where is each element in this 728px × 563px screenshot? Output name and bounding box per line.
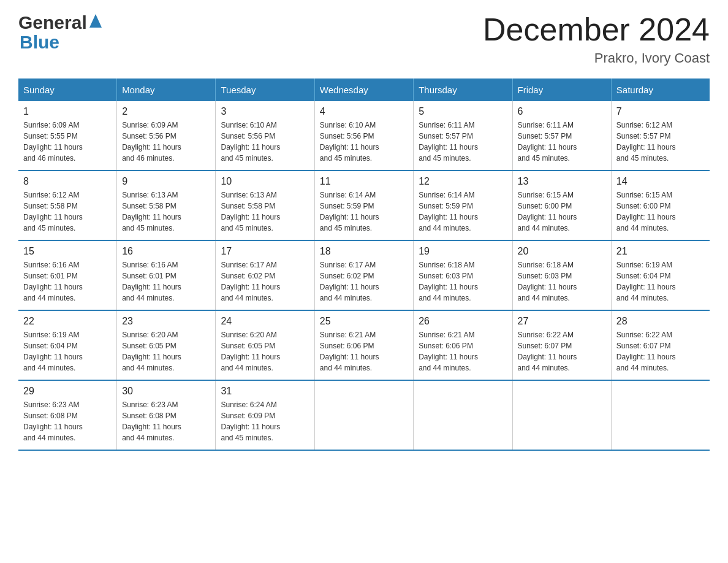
day-number: 23 (122, 316, 210, 327)
calendar-cell: 13Sunrise: 6:15 AM Sunset: 6:00 PM Dayli… (512, 170, 611, 240)
day-number: 30 (122, 386, 210, 397)
weekday-header-saturday: Saturday (611, 79, 710, 101)
title-section: December 2024 Prakro, Ivory Coast (483, 12, 710, 66)
day-info: Sunrise: 6:11 AM Sunset: 5:57 PM Dayligh… (419, 120, 507, 164)
day-info: Sunrise: 6:10 AM Sunset: 5:56 PM Dayligh… (221, 120, 309, 164)
calendar-cell (611, 380, 710, 450)
day-number: 2 (122, 106, 210, 117)
day-info: Sunrise: 6:18 AM Sunset: 6:03 PM Dayligh… (419, 259, 507, 304)
day-info: Sunrise: 6:15 AM Sunset: 6:00 PM Dayligh… (518, 190, 606, 234)
day-number: 5 (419, 106, 507, 117)
day-info: Sunrise: 6:24 AM Sunset: 6:09 PM Dayligh… (221, 399, 309, 443)
calendar-cell (314, 380, 413, 450)
calendar-cell: 2Sunrise: 6:09 AM Sunset: 5:56 PM Daylig… (117, 101, 216, 170)
calendar-cell (414, 380, 512, 450)
day-number: 8 (23, 176, 112, 187)
calendar-cell: 30Sunrise: 6:23 AM Sunset: 6:08 PM Dayli… (117, 380, 216, 450)
day-info: Sunrise: 6:22 AM Sunset: 6:07 PM Dayligh… (616, 329, 705, 373)
weekday-header-row: SundayMondayTuesdayWednesdayThursdayFrid… (18, 79, 710, 101)
day-info: Sunrise: 6:12 AM Sunset: 5:58 PM Dayligh… (23, 190, 112, 234)
calendar-cell: 11Sunrise: 6:14 AM Sunset: 5:59 PM Dayli… (314, 170, 413, 240)
day-number: 24 (221, 316, 309, 327)
calendar-cell (512, 380, 611, 450)
calendar-cell: 10Sunrise: 6:13 AM Sunset: 5:58 PM Dayli… (216, 170, 314, 240)
day-number: 4 (320, 106, 408, 117)
day-info: Sunrise: 6:09 AM Sunset: 5:55 PM Dayligh… (23, 120, 112, 164)
calendar-cell: 4Sunrise: 6:10 AM Sunset: 5:56 PM Daylig… (314, 101, 413, 170)
day-info: Sunrise: 6:16 AM Sunset: 6:01 PM Dayligh… (23, 259, 112, 304)
day-number: 3 (221, 106, 309, 117)
calendar-cell: 22Sunrise: 6:19 AM Sunset: 6:04 PM Dayli… (18, 310, 117, 380)
day-info: Sunrise: 6:12 AM Sunset: 5:57 PM Dayligh… (616, 120, 705, 164)
day-number: 16 (122, 246, 210, 257)
day-number: 6 (518, 106, 606, 117)
weekday-header-monday: Monday (117, 79, 216, 101)
calendar-cell: 6Sunrise: 6:11 AM Sunset: 5:57 PM Daylig… (512, 101, 611, 170)
day-number: 21 (616, 246, 705, 257)
calendar-cell: 12Sunrise: 6:14 AM Sunset: 5:59 PM Dayli… (414, 170, 512, 240)
calendar-cell: 19Sunrise: 6:18 AM Sunset: 6:03 PM Dayli… (414, 240, 512, 310)
day-number: 25 (320, 316, 408, 327)
logo-general-text: General (18, 12, 87, 33)
day-info: Sunrise: 6:22 AM Sunset: 6:07 PM Dayligh… (518, 329, 606, 373)
day-info: Sunrise: 6:17 AM Sunset: 6:02 PM Dayligh… (221, 259, 309, 304)
day-info: Sunrise: 6:09 AM Sunset: 5:56 PM Dayligh… (122, 120, 210, 164)
page-header: General Blue December 2024 Prakro, Ivory… (18, 12, 710, 66)
day-info: Sunrise: 6:23 AM Sunset: 6:08 PM Dayligh… (23, 399, 112, 443)
day-info: Sunrise: 6:23 AM Sunset: 6:08 PM Dayligh… (122, 399, 210, 443)
day-number: 12 (419, 176, 507, 187)
logo-triangle-icon (89, 14, 102, 30)
day-number: 7 (616, 106, 705, 117)
calendar-cell: 24Sunrise: 6:20 AM Sunset: 6:05 PM Dayli… (216, 310, 314, 380)
calendar-cell: 25Sunrise: 6:21 AM Sunset: 6:06 PM Dayli… (314, 310, 413, 380)
day-info: Sunrise: 6:17 AM Sunset: 6:02 PM Dayligh… (320, 259, 408, 304)
day-number: 15 (23, 246, 112, 257)
calendar-cell: 1Sunrise: 6:09 AM Sunset: 5:55 PM Daylig… (18, 101, 117, 170)
day-info: Sunrise: 6:20 AM Sunset: 6:05 PM Dayligh… (221, 329, 309, 373)
day-number: 29 (23, 386, 112, 397)
calendar-cell: 20Sunrise: 6:18 AM Sunset: 6:03 PM Dayli… (512, 240, 611, 310)
day-number: 20 (518, 246, 606, 257)
day-info: Sunrise: 6:19 AM Sunset: 6:04 PM Dayligh… (23, 329, 112, 373)
main-title: December 2024 (483, 12, 710, 47)
week-row-4: 22Sunrise: 6:19 AM Sunset: 6:04 PM Dayli… (18, 310, 710, 380)
calendar-cell: 5Sunrise: 6:11 AM Sunset: 5:57 PM Daylig… (414, 101, 512, 170)
day-info: Sunrise: 6:21 AM Sunset: 6:06 PM Dayligh… (320, 329, 408, 373)
day-number: 13 (518, 176, 606, 187)
week-row-1: 1Sunrise: 6:09 AM Sunset: 5:55 PM Daylig… (18, 101, 710, 170)
calendar-table: SundayMondayTuesdayWednesdayThursdayFrid… (18, 79, 710, 451)
day-info: Sunrise: 6:14 AM Sunset: 5:59 PM Dayligh… (419, 190, 507, 234)
week-row-5: 29Sunrise: 6:23 AM Sunset: 6:08 PM Dayli… (18, 380, 710, 450)
week-row-2: 8Sunrise: 6:12 AM Sunset: 5:58 PM Daylig… (18, 170, 710, 240)
weekday-header-tuesday: Tuesday (216, 79, 314, 101)
day-info: Sunrise: 6:20 AM Sunset: 6:05 PM Dayligh… (122, 329, 210, 373)
day-info: Sunrise: 6:13 AM Sunset: 5:58 PM Dayligh… (122, 190, 210, 234)
day-number: 1 (23, 106, 112, 117)
calendar-cell: 7Sunrise: 6:12 AM Sunset: 5:57 PM Daylig… (611, 101, 710, 170)
svg-marker-0 (89, 14, 102, 28)
calendar-cell: 8Sunrise: 6:12 AM Sunset: 5:58 PM Daylig… (18, 170, 117, 240)
day-number: 27 (518, 316, 606, 327)
calendar-cell: 9Sunrise: 6:13 AM Sunset: 5:58 PM Daylig… (117, 170, 216, 240)
day-number: 28 (616, 316, 705, 327)
day-number: 9 (122, 176, 210, 187)
day-info: Sunrise: 6:10 AM Sunset: 5:56 PM Dayligh… (320, 120, 408, 164)
calendar-cell: 27Sunrise: 6:22 AM Sunset: 6:07 PM Dayli… (512, 310, 611, 380)
weekday-header-wednesday: Wednesday (314, 79, 413, 101)
calendar-cell: 23Sunrise: 6:20 AM Sunset: 6:05 PM Dayli… (117, 310, 216, 380)
day-info: Sunrise: 6:14 AM Sunset: 5:59 PM Dayligh… (320, 190, 408, 234)
day-number: 14 (616, 176, 705, 187)
day-number: 22 (23, 316, 112, 327)
day-number: 19 (419, 246, 507, 257)
calendar-cell: 15Sunrise: 6:16 AM Sunset: 6:01 PM Dayli… (18, 240, 117, 310)
calendar-cell: 26Sunrise: 6:21 AM Sunset: 6:06 PM Dayli… (414, 310, 512, 380)
logo-blue-text: Blue (20, 32, 59, 53)
week-row-3: 15Sunrise: 6:16 AM Sunset: 6:01 PM Dayli… (18, 240, 710, 310)
day-info: Sunrise: 6:21 AM Sunset: 6:06 PM Dayligh… (419, 329, 507, 373)
calendar-cell: 28Sunrise: 6:22 AM Sunset: 6:07 PM Dayli… (611, 310, 710, 380)
day-number: 11 (320, 176, 408, 187)
calendar-cell: 18Sunrise: 6:17 AM Sunset: 6:02 PM Dayli… (314, 240, 413, 310)
day-number: 31 (221, 386, 309, 397)
day-number: 17 (221, 246, 309, 257)
calendar-cell: 31Sunrise: 6:24 AM Sunset: 6:09 PM Dayli… (216, 380, 314, 450)
